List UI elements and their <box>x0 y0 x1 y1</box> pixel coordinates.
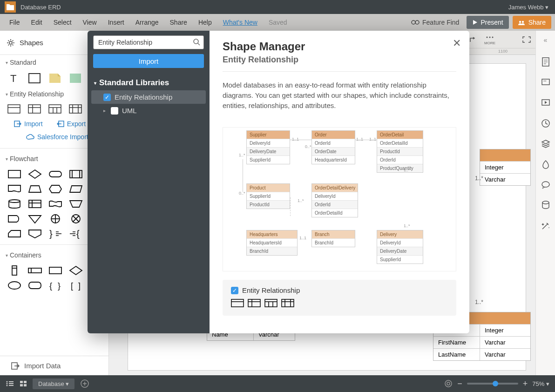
fc-or[interactable] <box>48 214 62 224</box>
fc-hex[interactable] <box>48 184 62 194</box>
fc-rect[interactable] <box>7 169 21 179</box>
fc-brace-l[interactable]: { <box>69 229 83 239</box>
zoom-out-button[interactable]: − <box>457 379 462 389</box>
fc-delay[interactable] <box>7 214 21 224</box>
user-menu[interactable]: James Webb ▾ <box>508 4 555 11</box>
lib-shape-4[interactable] <box>281 299 294 307</box>
toolbar-more-label: MORE <box>484 41 495 45</box>
rail-chat-icon[interactable] <box>541 180 551 190</box>
fc-tri[interactable] <box>28 214 42 224</box>
tree-item-entity-relationship[interactable]: Entity Relationship <box>91 90 206 104</box>
collapse-rail-icon[interactable]: « <box>544 36 548 44</box>
fc-tape[interactable] <box>48 199 62 209</box>
menu-edit[interactable]: Edit <box>26 16 48 29</box>
share-button[interactable]: Share <box>513 16 551 29</box>
er-shape-4[interactable] <box>69 104 82 114</box>
er-shape-1[interactable] <box>7 104 20 114</box>
fc-brace-r[interactable]: } <box>48 229 62 239</box>
cont-ellipse[interactable] <box>7 280 21 291</box>
fc-predef[interactable] <box>69 169 83 179</box>
menu-file[interactable]: File <box>4 16 26 29</box>
er-table-1[interactable]: Integer Varchar <box>480 149 531 186</box>
import-link[interactable]: Import <box>14 120 43 128</box>
cont-brackets[interactable]: [] <box>69 280 83 291</box>
menu-view[interactable]: View <box>77 16 102 29</box>
note-shape[interactable] <box>48 73 61 84</box>
menu-help[interactable]: Help <box>193 16 217 29</box>
rail-page-icon[interactable] <box>541 57 551 67</box>
fc-trap[interactable] <box>28 184 42 194</box>
present-button[interactable]: Present <box>467 16 508 29</box>
fc-doc[interactable] <box>7 184 21 194</box>
svg-rect-53 <box>29 282 41 289</box>
tree-item-uml[interactable]: ▸ UML <box>88 104 210 117</box>
er-shape-3[interactable] <box>48 104 61 114</box>
export-link[interactable]: Export <box>57 120 86 128</box>
add-page-icon[interactable] <box>80 379 89 388</box>
lib-shape-3[interactable] <box>264 299 278 307</box>
tree-group-standard[interactable]: ▾Standard Libraries <box>88 75 210 90</box>
fc-sum[interactable] <box>69 214 83 224</box>
fc-manop[interactable] <box>69 199 83 209</box>
cont-braces[interactable]: {} <box>48 280 62 291</box>
lib-checkbox-icon[interactable] <box>231 287 238 294</box>
lib-shape-2[interactable] <box>248 299 261 307</box>
svg-text:[: [ <box>71 281 73 291</box>
svg-point-75 <box>7 383 8 385</box>
cont-round[interactable] <box>28 280 42 291</box>
menu-whats-new[interactable]: What's New <box>217 16 263 29</box>
rail-magic-icon[interactable] <box>541 221 551 231</box>
svg-rect-23 <box>8 170 20 178</box>
rail-paint-icon[interactable] <box>541 159 551 169</box>
zoom-percent[interactable]: 75% ▾ <box>532 380 549 387</box>
cont-diam[interactable] <box>69 265 83 276</box>
fc-terminator[interactable] <box>48 169 62 179</box>
rectangle-shape[interactable] <box>28 73 41 84</box>
import-data-button[interactable]: Import Data <box>0 356 108 375</box>
checkbox-on-icon[interactable] <box>103 94 111 101</box>
rail-comment-icon[interactable]: "" <box>541 77 551 88</box>
feature-find[interactable]: Feature Find <box>407 17 463 28</box>
svg-text:}: } <box>58 281 61 291</box>
menu-share[interactable]: Share <box>164 16 193 29</box>
tree-item-label: Entity Relationship <box>115 93 172 101</box>
document-title[interactable]: Database ERD <box>20 4 61 11</box>
lib-shape-1[interactable] <box>231 299 244 307</box>
fc-card[interactable] <box>7 229 21 239</box>
rail-layers-icon[interactable] <box>541 139 551 149</box>
fullscreen-button[interactable] <box>522 36 531 43</box>
fc-diamond[interactable] <box>28 169 42 179</box>
fc-offpage[interactable] <box>28 229 42 239</box>
toolbar-arrow[interactable] <box>469 36 478 43</box>
close-button[interactable]: ✕ <box>453 37 461 49</box>
svg-point-73 <box>542 201 549 204</box>
grid-view-icon[interactable] <box>20 380 27 387</box>
svg-point-1 <box>415 20 419 24</box>
modal-import-button[interactable]: Import <box>93 54 204 68</box>
zoom-slider[interactable] <box>467 383 518 385</box>
checkbox-off-icon[interactable] <box>111 107 118 115</box>
fc-cyl[interactable] <box>7 199 21 209</box>
menu-select[interactable]: Select <box>48 16 77 29</box>
cont-rect[interactable] <box>48 265 62 276</box>
zoom-in-button[interactable]: + <box>523 379 528 389</box>
rail-present-icon[interactable] <box>541 98 551 108</box>
page-tab[interactable]: Database ▾ <box>33 378 74 389</box>
toolbar-more[interactable]: MORE <box>484 34 495 45</box>
fc-para[interactable] <box>69 184 83 194</box>
hotspot-shape[interactable] <box>69 73 82 84</box>
text-tool[interactable]: T <box>7 73 20 84</box>
target-icon[interactable] <box>444 379 453 388</box>
rail-history-icon[interactable] <box>541 118 551 128</box>
menu-insert[interactable]: Insert <box>102 16 130 29</box>
svg-text:T: T <box>10 73 16 84</box>
shape-search-input[interactable] <box>93 35 204 49</box>
fc-intstore[interactable] <box>28 199 42 209</box>
er-shape-2[interactable] <box>28 104 41 114</box>
menu-arrange[interactable]: Arrange <box>130 16 164 29</box>
rail-db-icon[interactable] <box>541 200 551 210</box>
list-view-icon[interactable] <box>6 380 14 387</box>
cont-vsl[interactable] <box>7 265 21 276</box>
svg-rect-80 <box>20 381 23 383</box>
cont-hsl[interactable] <box>28 265 42 276</box>
